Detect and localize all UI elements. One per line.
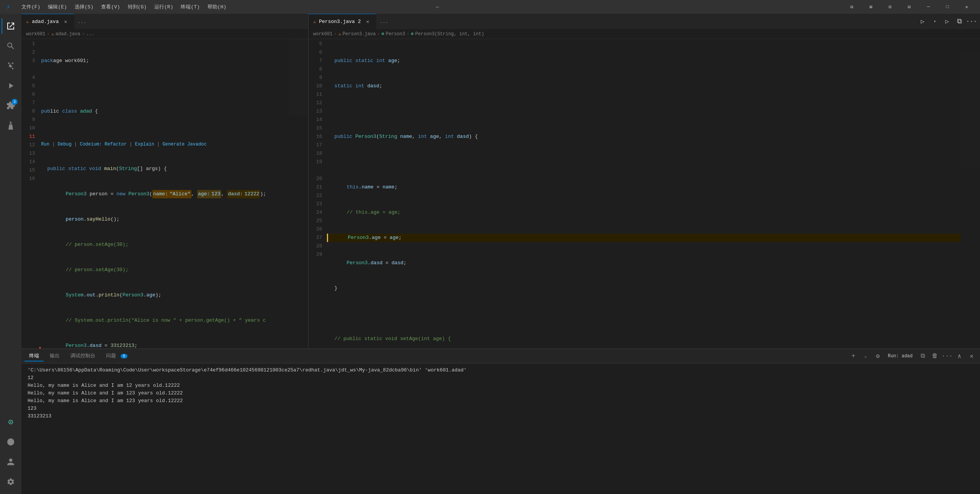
r-line-6: static int dasd; — [327, 82, 961, 90]
code-line-2 — [40, 82, 289, 90]
tab-label: adad.java — [32, 19, 59, 25]
activity-run[interactable] — [2, 77, 20, 95]
layout-split-btn[interactable]: ⧉ — [954, 16, 965, 27]
r-line-7 — [327, 107, 961, 116]
codelens-javadoc-link[interactable]: Generate Javadoc — [163, 140, 207, 149]
activity-remote[interactable]: ⊙ — [2, 413, 20, 431]
activity-explorer[interactable] — [2, 17, 20, 35]
tab-more-left[interactable]: ... — [74, 14, 89, 29]
layout-btn3[interactable]: ⊡ — [881, 1, 899, 13]
right-code-lines: public static int age; static int dasd; … — [327, 39, 961, 348]
java-file-icon-2: ☕ — [313, 19, 316, 25]
bc-adad-java[interactable]: adad.java — [56, 31, 80, 37]
right-code-content: 5 6 7 8 9 10 11 12 13 14 15 16 1 — [309, 39, 980, 348]
menu-help[interactable]: 帮助(H) — [204, 3, 229, 11]
codelens-run: Run | Debug | Codeium: Refactor | Explai… — [40, 141, 289, 148]
right-code-editor[interactable]: 5 6 7 8 9 10 11 12 13 14 15 16 1 — [309, 39, 980, 348]
activity-search[interactable] — [2, 37, 20, 55]
codelens-run-link[interactable]: Run — [41, 140, 50, 149]
tab-output[interactable]: 输出 — [45, 351, 64, 362]
layout-btn4[interactable]: ⊟ — [900, 1, 918, 13]
layout-btn2[interactable]: ⊞ — [862, 1, 880, 13]
activity-settings[interactable] — [2, 473, 20, 491]
problems-badge: 5 — [121, 354, 128, 358]
tab-debug-console[interactable]: 调试控制台 — [66, 351, 100, 362]
menu-file[interactable]: 文件(F) — [18, 3, 43, 11]
code-line-6: person.sayHello(); — [40, 215, 289, 224]
bc-r-work601[interactable]: work601 — [313, 31, 332, 37]
terminal-line-2: Hello, my name is Alice and I am 12 year… — [28, 382, 974, 389]
terminal-trash-btn[interactable]: 🗑 — [929, 351, 940, 362]
run-btn[interactable]: ▷ — [942, 16, 952, 27]
activity-source-control[interactable] — [2, 57, 20, 75]
activity-copilot[interactable] — [2, 433, 20, 451]
codelens-explain-link[interactable]: Explain — [135, 140, 154, 149]
codelens-debug-link[interactable]: Debug — [58, 140, 72, 149]
code-line-7: // person.setAge(30); — [40, 240, 289, 249]
codelens-codeium-link[interactable]: Codeium: Refactor — [80, 140, 126, 149]
bc-work601[interactable]: work601 — [26, 31, 45, 37]
terminal-more-btn[interactable]: ··· — [942, 351, 952, 362]
tab-label-person3: Person3.java 2 — [319, 19, 361, 25]
tab-close-adad[interactable]: ✕ — [62, 18, 69, 26]
terminal-content[interactable]: 'C:\Users\86156\AppData\Roaming\Code\Use… — [21, 363, 980, 494]
menu-terminal[interactable]: 终端(T) — [178, 3, 203, 11]
activity-account[interactable] — [2, 453, 20, 471]
right-line-numbers: 5 6 7 8 9 10 11 12 13 14 15 16 1 — [309, 39, 327, 348]
minimize-btn[interactable]: ─ — [920, 1, 937, 13]
left-line-numbers: 1 2 3 4 5 6 7 8 9 10 11 12 — [21, 39, 40, 348]
nav-back[interactable]: ← — [433, 2, 443, 11]
terminal-launch-btn[interactable]: ⌄ — [860, 351, 871, 362]
r-line-11: // this.age = age; — [327, 208, 961, 217]
bc-r-person3-class[interactable]: Person3 — [386, 31, 405, 37]
terminal-split-btn[interactable]: ⧉ — [917, 351, 928, 362]
java-file-icon: ☕ — [26, 19, 29, 25]
terminal-line-4: Hello, my name is Alice and I am 123 yea… — [28, 397, 974, 405]
left-minimap — [289, 39, 308, 348]
bc-dots[interactable]: ... — [86, 31, 95, 37]
layout-btn[interactable]: ⊟ — [843, 1, 861, 13]
menu-run[interactable]: 运行(R) — [151, 3, 176, 11]
activity-extensions[interactable]: 3 — [2, 97, 20, 115]
tab-adad-java[interactable]: ☕ adad.java ✕ — [21, 14, 74, 29]
terminal-line-cmd: 'C:\Users\86156\AppData\Roaming\Code\Use… — [28, 366, 974, 374]
menu-select[interactable]: 选择(S) — [72, 3, 96, 11]
activity-testing[interactable] — [2, 116, 20, 135]
terminal-settings-icon[interactable]: ⚙ — [872, 351, 883, 362]
bc-r-method-icon: ⊕ — [411, 31, 413, 37]
menu-goto[interactable]: 转到(G) — [125, 3, 150, 11]
code-line-5: Person3 person = new Person3 ( name:"Ali… — [40, 190, 289, 198]
window-controls: ⊟ ⊞ ⊡ ⊟ ─ □ ✕ — [843, 1, 975, 13]
bc-r-constructor[interactable]: Person3(String, int, int) — [415, 31, 484, 37]
tab-close-person3[interactable]: ✕ — [364, 18, 371, 26]
tab-person3-java[interactable]: ☕ Person3.java 2 ✕ — [309, 14, 376, 29]
tab-more-right[interactable]: ... — [376, 14, 391, 29]
run-split-btn[interactable]: ▷ — [917, 16, 928, 27]
code-line-8: // person.setAge(30); — [40, 266, 289, 274]
close-btn[interactable]: ✕ — [958, 1, 975, 13]
terminal-line-5: 123 — [28, 405, 974, 412]
terminal-close-btn[interactable]: ✕ — [966, 351, 977, 362]
terminal-area: 终端 输出 调试控制台 问题 5 + ⌄ ⚙ Run: adad ⧉ 🗑 ···… — [21, 348, 980, 494]
terminal-add-btn[interactable]: + — [848, 351, 859, 362]
code-line-9: System.out.println(Person3.age); — [40, 291, 289, 299]
left-editor-pane: work601 › ☕ adad.java › ... 1 2 3 4 — [21, 29, 309, 348]
breadcrumb-right: work601 › ☕ Person3.java › ⊕ Person3 › ⊕… — [309, 29, 980, 39]
maximize-btn[interactable]: □ — [939, 1, 956, 13]
r-line-15 — [327, 309, 961, 318]
tab-problems[interactable]: 问题 5 — [101, 351, 132, 362]
r-line-16: // public static void setAge(int age) { — [327, 335, 961, 343]
left-code-lines: package work601; public class adad { Run… — [40, 39, 289, 348]
bc-r-person3[interactable]: Person3.java — [343, 31, 376, 37]
menu-edit[interactable]: 编辑(E) — [45, 3, 70, 11]
terminal-line-3: Hello, my name is Alice and I am 123 yea… — [28, 389, 974, 397]
terminal-line-6: 33123213 — [28, 412, 974, 420]
more-actions-btn[interactable]: ··· — [966, 16, 977, 27]
terminal-controls: + ⌄ ⚙ Run: adad ⧉ 🗑 ··· ∧ ✕ — [848, 351, 977, 362]
terminal-collapse-btn[interactable]: ∧ — [954, 351, 965, 362]
tab-terminal[interactable]: 终端 — [24, 351, 44, 362]
r-line-13: Person3.dasd = dasd; — [327, 259, 961, 267]
menu-view[interactable]: 查看(V) — [98, 3, 123, 11]
left-code-editor[interactable]: 1 2 3 4 5 6 7 8 9 10 11 12 — [21, 39, 308, 348]
run-dropdown-btn[interactable]: ▾ — [929, 16, 940, 27]
